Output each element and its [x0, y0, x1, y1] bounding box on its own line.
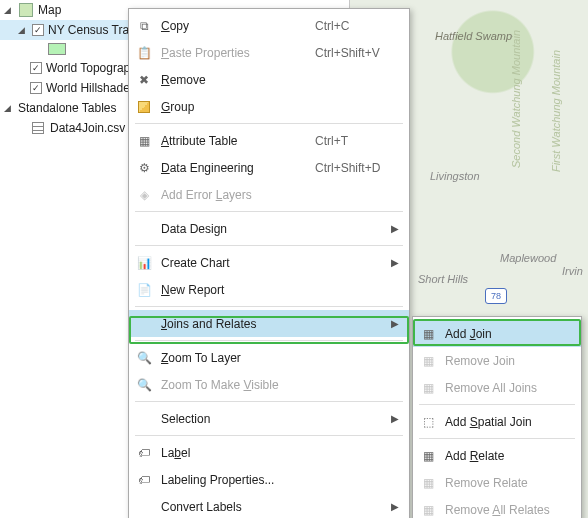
remove-icon: ✖: [135, 71, 153, 89]
report-icon: 📄: [135, 281, 153, 299]
checkbox-icon[interactable]: ✓: [32, 24, 44, 36]
menu-selection[interactable]: Selection▶: [129, 405, 409, 432]
menu-create-chart[interactable]: 📊 Create Chart▶: [129, 249, 409, 276]
remove-relate-icon: ▦: [419, 501, 437, 519]
remove-join-icon: ▦: [419, 352, 437, 370]
chevron-right-icon: ▶: [391, 223, 399, 234]
submenu-remove-all-joins: ▦ Remove All Joins: [413, 374, 581, 401]
menu-new-report[interactable]: 📄 New Report: [129, 276, 409, 303]
submenu-remove-all-relates: ▦ Remove All Relates: [413, 496, 581, 518]
table-icon: [32, 122, 44, 134]
group-icon: [135, 98, 153, 116]
error-layers-icon: ◈: [135, 186, 153, 204]
menu-group[interactable]: Group: [129, 93, 409, 120]
chevron-right-icon: ▶: [391, 501, 399, 512]
submenu-add-join[interactable]: ▦ Add Join: [413, 320, 581, 347]
submenu-add-relate[interactable]: ▦ Add Relate: [413, 442, 581, 469]
menu-copy[interactable]: ⧉ Copy Ctrl+C: [129, 12, 409, 39]
menu-joins-and-relates[interactable]: Joins and Relates▶: [129, 310, 409, 337]
toc-map-label: Map: [38, 3, 61, 17]
menu-zoom-to-visible: 🔍 Zoom To Make Visible: [129, 371, 409, 398]
label-icon: 🏷: [135, 471, 153, 489]
map-label-first: First Watchung Mountain: [550, 50, 562, 172]
map-label-irving: Irvin: [562, 265, 583, 277]
table-label: Data4Join.csv: [50, 121, 125, 135]
menu-attribute-table[interactable]: ▦ Attribute Table Ctrl+T: [129, 127, 409, 154]
joins-relates-submenu: ▦ Add Join ▦ Remove Join ▦ Remove All Jo…: [412, 316, 582, 518]
remove-relate-icon: ▦: [419, 474, 437, 492]
checkbox-icon[interactable]: ✓: [30, 62, 42, 74]
map-icon: [19, 3, 33, 17]
map-label-shorthills: Short Hills: [418, 273, 468, 285]
add-join-icon: ▦: [419, 325, 437, 343]
map-label-hatfield: Hatfield Swamp: [435, 30, 512, 42]
paste-icon: 📋: [135, 44, 153, 62]
menu-add-error-layers: ◈ Add Error Layers: [129, 181, 409, 208]
menu-paste-properties: 📋 Paste Properties Ctrl+Shift+V: [129, 39, 409, 66]
menu-data-design[interactable]: Data Design▶: [129, 215, 409, 242]
zoom-icon: 🔍: [135, 349, 153, 367]
layer-context-menu: ⧉ Copy Ctrl+C 📋 Paste Properties Ctrl+Sh…: [128, 8, 410, 518]
menu-labeling-properties[interactable]: 🏷 Labeling Properties...: [129, 466, 409, 493]
menu-remove[interactable]: ✖ Remove: [129, 66, 409, 93]
menu-data-engineering[interactable]: ⚙ Data Engineering Ctrl+Shift+D: [129, 154, 409, 181]
submenu-remove-join: ▦ Remove Join: [413, 347, 581, 374]
layer-label: World Hillshade: [46, 81, 130, 95]
map-label-maplewood: Maplewood: [500, 252, 556, 264]
standalone-label: Standalone Tables: [18, 101, 117, 115]
map-label-second: Second Watchung Mountain: [510, 30, 522, 168]
chevron-right-icon: ▶: [391, 413, 399, 424]
engineering-icon: ⚙: [135, 159, 153, 177]
add-relate-icon: ▦: [419, 447, 437, 465]
layer-swatch: [48, 43, 66, 55]
submenu-add-spatial-join[interactable]: ⬚ Add Spatial Join: [413, 408, 581, 435]
menu-zoom-to-layer[interactable]: 🔍 Zoom To Layer: [129, 344, 409, 371]
route-shield-icon: 78: [485, 288, 507, 304]
copy-icon: ⧉: [135, 17, 153, 35]
menu-convert-labels[interactable]: Convert Labels▶: [129, 493, 409, 518]
submenu-remove-relate: ▦ Remove Relate: [413, 469, 581, 496]
chevron-right-icon: ▶: [391, 257, 399, 268]
spatial-join-icon: ⬚: [419, 413, 437, 431]
menu-label[interactable]: 🏷 Label: [129, 439, 409, 466]
label-icon: 🏷: [135, 444, 153, 462]
remove-join-icon: ▦: [419, 379, 437, 397]
map-label-livingston: Livingston: [430, 170, 480, 182]
chart-icon: 📊: [135, 254, 153, 272]
chevron-right-icon: ▶: [391, 318, 399, 329]
zoom-icon: 🔍: [135, 376, 153, 394]
table-icon: ▦: [135, 132, 153, 150]
checkbox-icon[interactable]: ✓: [30, 82, 42, 94]
